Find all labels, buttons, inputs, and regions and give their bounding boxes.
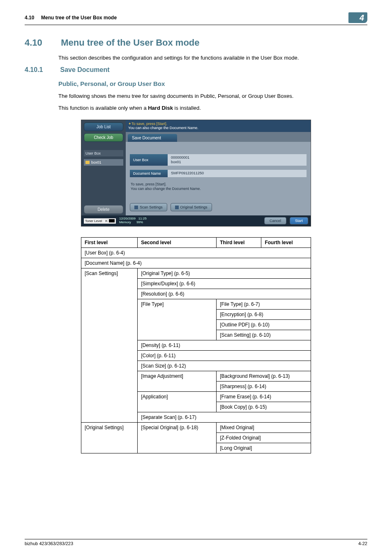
table-header-row: First level Second level Third level Fou… (81, 238, 311, 248)
section-title: 4.10 Menu tree of the User Box mode (25, 37, 367, 48)
cell-long-original: [Long Original] (217, 443, 311, 453)
section-text: Menu tree of the User Box mode (61, 37, 199, 48)
cell-outline-pdf: [Outline PDF] (p. 6-10) (217, 320, 311, 330)
sidebar-userbox-label: User Box (84, 150, 123, 157)
userbox-row-label[interactable]: User Box (130, 154, 168, 166)
start-button[interactable]: Start (290, 217, 308, 224)
cell-scan-size: [Scan Size] (p. 6-12) (138, 361, 311, 371)
docname-row: Document Name SMFP09122011250 (130, 170, 307, 177)
cell-sharpness: [Sharpness] (p. 6-14) (217, 382, 311, 392)
chapter-number: 4 (360, 13, 364, 23)
cell-encryption: [Encryption] (p. 6-8) (217, 310, 311, 320)
screenshot-main: ✦To save, press [Start]. You can also ch… (126, 120, 311, 216)
userbox-row: User Box 000000001 box01 (130, 154, 307, 166)
cell-book-copy: [Book Copy] (p. 6-15) (217, 402, 311, 412)
table-row: [Scan Settings] [Original Type] (p. 6-5) (81, 268, 311, 279)
col-fourth-level: Fourth level (261, 238, 311, 248)
header-section-ref: 4.10 (25, 15, 34, 21)
col-first-level: First level (81, 238, 138, 248)
section-number: 4.10 (25, 37, 58, 48)
toner-k: K (106, 219, 108, 223)
cell-mixed-original: [Mixed Original] (217, 423, 311, 433)
cell-special-original: [Special Original] (p. 6-18) (138, 423, 217, 453)
original-icon (175, 206, 179, 209)
cell-separate-scan: [Separate Scan] (p. 6-17) (138, 412, 311, 423)
memory-pct: 99% (136, 220, 143, 224)
cell-original-type: [Original Type] (p. 6-5) (138, 268, 311, 279)
cell-density: [Density] (p. 6-11) (138, 340, 311, 351)
toner-label: Toner Level (85, 219, 102, 223)
header-section-label: Menu tree of the User Box mode (41, 15, 117, 21)
userbox-row-value: 000000001 box01 (168, 154, 307, 166)
para2-a: This function is available only when a (58, 105, 148, 111)
hint-bar: ✦To save, press [Start]. You can also ch… (126, 120, 311, 132)
cell-user-box: [User Box] (p. 6-4) (81, 248, 311, 258)
cell-scan-settings: [Scan Settings] (81, 268, 138, 423)
userbox-name: box01 (171, 160, 303, 164)
screenshot-sidebar: Job List Check Job User Box box01 Delete (81, 120, 126, 216)
cell-file-type-3: [File Type] (p. 6-7) (217, 299, 311, 310)
chapter-badge: 4 (348, 12, 367, 23)
sidebar-box-item[interactable]: box01 (84, 159, 123, 166)
date-text: 12/20/2009 (119, 217, 136, 220)
original-settings-label: Original Settings (180, 205, 208, 209)
bottom-button-row: Scan Settings Original Settings (130, 203, 307, 211)
screenshot-footer: Toner Level K 12/20/2009 11:25 Memory 99… (81, 215, 311, 226)
scan-settings-label: Scan Settings (140, 205, 163, 209)
original-settings-button[interactable]: Original Settings (171, 203, 212, 211)
cell-scan-setting: [Scan Setting] (p. 6-10) (217, 330, 311, 340)
subsection-title: 4.10.1 Save Document (25, 66, 367, 74)
scan-settings-button[interactable]: Scan Settings (130, 203, 167, 211)
screenshot-body: User Box 000000001 box01 Document Name S… (126, 142, 311, 215)
paragraph-2: This function is available only when a H… (58, 104, 367, 112)
table-row: [Original Settings] [Special Original] (… (81, 423, 311, 433)
delete-button[interactable]: Delete (84, 205, 123, 214)
page-header: 4.10 Menu tree of the User Box mode 4 (25, 12, 367, 25)
cell-file-type: [File Type] (138, 299, 217, 340)
note-line1: To save, press [Start]. (131, 182, 166, 186)
section-intro: This section describes the configuration… (58, 54, 367, 62)
body-note: To save, press [Start]. You can also cha… (130, 181, 307, 192)
datetime-block: 12/20/2009 11:25 Memory 99% (119, 217, 147, 224)
cell-document-name: [Document Name] (p. 6-4) (81, 258, 311, 268)
footer-model: bizhub 423/363/283/223 (25, 541, 73, 546)
device-screenshot: Job List Check Job User Box box01 Delete… (81, 120, 311, 227)
save-document-tab[interactable]: Save Document (128, 134, 177, 142)
scan-icon (134, 206, 138, 209)
time-text: 11:25 (138, 217, 147, 220)
para2-c: is installed. (173, 105, 201, 111)
folder-icon (85, 161, 90, 164)
table-row: [Document Name] (p. 6-4) (81, 258, 311, 268)
job-list-button[interactable]: Job List (84, 123, 123, 131)
paragraph-1: The following shows the menu tree for sa… (58, 92, 367, 100)
col-second-level: Second level (138, 238, 217, 248)
para2-b: Hard Disk (148, 105, 173, 111)
hint-line1: To save, press [Start]. (131, 122, 167, 126)
hint-line2: You can also change the Document Name. (128, 126, 308, 130)
cancel-button[interactable]: Cancel (264, 217, 286, 224)
docname-row-label[interactable]: Document Name (130, 170, 168, 177)
memory-label: Memory (119, 220, 131, 224)
cell-simplex-duplex: [Simplex/Duplex] (p. 6-6) (138, 279, 311, 289)
page-footer: bizhub 423/363/283/223 4-22 (25, 539, 367, 546)
cell-color: [Color] (p. 6-11) (138, 351, 311, 361)
cell-bg-removal: [Background Removal] (p. 6-13) (217, 371, 311, 382)
cell-resolution: [Resolution] (p. 6-6) (138, 289, 311, 299)
docname-row-value: SMFP09122011250 (168, 170, 307, 177)
subsection-number: 4.10.1 (25, 66, 58, 74)
check-job-button[interactable]: Check Job (84, 133, 123, 142)
table-row: [User Box] (p. 6-4) (81, 248, 311, 258)
userbox-number: 000000001 (171, 155, 303, 160)
footer-page-number: 4-22 (358, 541, 367, 546)
note-line2: You can also change the Document Name. (131, 187, 201, 191)
cell-application: [Application] (138, 392, 217, 412)
col-third-level: Third level (217, 238, 261, 248)
sidebar-box-name: box01 (91, 160, 101, 164)
menu-tree-table: First level Second level Third level Fou… (81, 237, 311, 453)
cell-frame-erase: [Frame Erase] (p. 6-14) (217, 392, 311, 402)
subsection-text: Save Document (60, 66, 109, 73)
cell-zfolded-original: [Z-Folded Original] (217, 433, 311, 443)
toner-bar-icon (109, 219, 115, 222)
header-left: 4.10 Menu tree of the User Box mode (25, 15, 117, 21)
sub-heading: Public, Personal, or Group User Box (58, 80, 367, 87)
